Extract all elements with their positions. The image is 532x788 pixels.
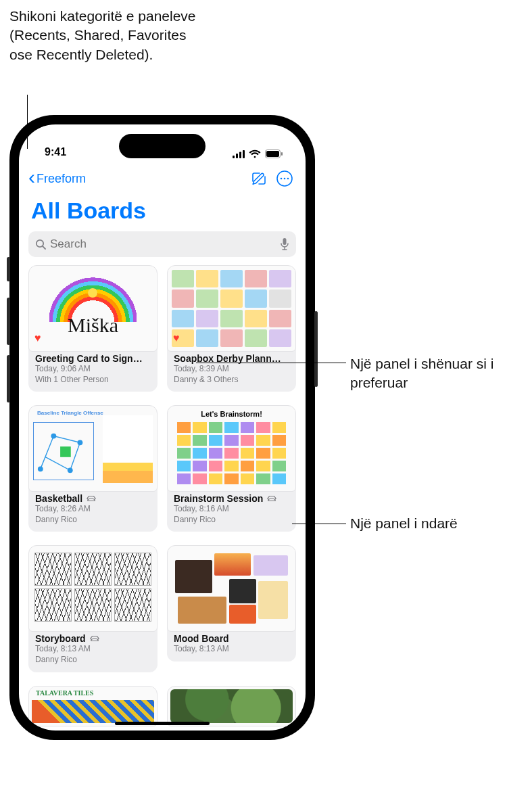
svg-rect-1	[236, 154, 238, 158]
board-title: Brainstorm Session	[174, 493, 263, 504]
svg-rect-5	[266, 151, 279, 157]
svg-point-18	[78, 440, 83, 446]
board-time: Today, 8:26 AM	[35, 504, 151, 515]
phone-side-button	[7, 355, 10, 402]
more-button[interactable]	[273, 167, 296, 190]
board-meta: Mood Board Today, 8:13 AM	[167, 628, 296, 662]
svg-rect-13	[283, 238, 287, 245]
board-card[interactable]: Storyboard Today, 8:13 AM Danny Rico	[28, 545, 158, 672]
svg-rect-0	[233, 156, 235, 158]
board-meta: Greeting Card to Sign… Today, 9:06 AM Wi…	[28, 348, 158, 392]
phone-side-button	[7, 298, 10, 345]
board-thumbnail: Let's Brainstorm!	[167, 405, 296, 492]
board-title: Mood Board	[174, 633, 229, 644]
board-time: Today, 8:13 AM	[35, 644, 151, 655]
board-thumbnail	[28, 545, 158, 632]
favorite-heart-icon: ♥	[34, 332, 41, 344]
phone-screen: 9:41 ‹ Freeform All Boards	[19, 124, 306, 731]
svg-point-16	[38, 467, 43, 472]
board-meta: Soapbox Derby Plann… Today, 8:39 AM Dann…	[167, 348, 296, 392]
board-time: Today, 8:39 AM	[174, 364, 289, 375]
board-meta: Basketball Today, 8:26 AM Danny Rico	[28, 488, 158, 532]
dynamic-island	[119, 134, 205, 158]
board-card[interactable]: ♥ Soapbox Derby Plann… Today, 8:39 AM Da…	[167, 265, 296, 392]
board-thumbnail: TALAVERA TILES	[28, 686, 158, 726]
board-title: Storyboard	[35, 633, 86, 644]
phone-frame: 9:41 ‹ Freeform All Boards	[9, 115, 315, 740]
board-thumbnail	[167, 545, 296, 632]
board-thumbnail	[167, 686, 296, 726]
favorite-heart-icon: ♥	[173, 332, 180, 344]
chevron-left-icon: ‹	[28, 167, 35, 187]
svg-line-12	[43, 246, 45, 249]
battery-icon	[265, 149, 283, 158]
board-people: Danny Rico	[35, 515, 151, 526]
callout-leader-line	[292, 524, 346, 524]
callout-shared: Një panel i ndarë	[350, 514, 512, 533]
svg-rect-6	[281, 152, 283, 156]
svg-point-9	[284, 178, 286, 180]
board-people: With 1 Other Person	[35, 375, 151, 386]
board-thumbnail: Baseline Triangle Offense	[28, 405, 158, 492]
callout-leader-line	[196, 363, 346, 363]
svg-rect-2	[239, 152, 241, 158]
board-people: Danny Rico	[35, 655, 151, 666]
board-time: Today, 9:06 AM	[35, 364, 151, 375]
callout-favorite: Një panel i shënuar si i preferuar	[350, 354, 526, 393]
board-time: Today, 8:13 AM	[174, 644, 289, 655]
cellular-icon	[233, 150, 245, 158]
board-card[interactable]	[167, 686, 296, 726]
new-board-button[interactable]	[247, 167, 270, 190]
board-people: Danny Rico	[174, 515, 289, 526]
shared-icon	[90, 634, 99, 643]
board-card[interactable]: Mood Board Today, 8:13 AM	[167, 545, 296, 672]
board-meta: Brainstorm Session Today, 8:16 AM Danny …	[167, 488, 296, 532]
board-title: Greeting Card to Sign…	[35, 353, 143, 364]
board-card[interactable]: Let's Brainstorm! Brainstorm Session Tod…	[167, 405, 296, 532]
back-button[interactable]: ‹ Freeform	[28, 170, 86, 187]
page-title: All Boards	[31, 198, 146, 224]
callout-categories: Shikoni kategoritë e paneleve (Recents, …	[9, 7, 205, 64]
ellipsis-circle-icon	[276, 170, 293, 187]
dictation-icon[interactable]	[280, 237, 289, 251]
phone-side-button	[7, 257, 10, 281]
svg-rect-20	[60, 446, 71, 457]
search-field[interactable]	[28, 231, 296, 257]
svg-point-8	[281, 178, 283, 180]
board-title: Basketball	[35, 493, 82, 504]
back-label: Freeform	[37, 172, 86, 186]
board-card[interactable]: Miška ♥ Greeting Card to Sign… Today, 9:…	[28, 265, 158, 392]
phone-side-button	[314, 311, 318, 387]
board-card[interactable]: Baseline Triangle Offense Basketball Tod…	[28, 405, 158, 532]
board-meta: Storyboard Today, 8:13 AM Danny Rico	[28, 628, 158, 672]
callout-leader-line	[27, 95, 28, 149]
shared-icon	[267, 494, 276, 503]
board-thumbnail: ♥	[167, 265, 296, 352]
search-input[interactable]	[50, 237, 276, 251]
svg-rect-3	[243, 150, 245, 158]
search-icon	[35, 239, 46, 250]
board-time: Today, 8:16 AM	[174, 504, 289, 515]
board-thumbnail: Miška ♥	[28, 265, 158, 352]
boards-grid: Miška ♥ Greeting Card to Sign… Today, 9:…	[28, 265, 296, 731]
wifi-icon	[249, 149, 261, 158]
svg-point-10	[287, 178, 289, 180]
shared-icon	[87, 494, 96, 503]
board-people: Danny & 3 Others	[174, 375, 289, 386]
svg-point-19	[68, 468, 73, 473]
board-card[interactable]: TALAVERA TILES	[28, 686, 158, 726]
home-indicator[interactable]	[115, 722, 210, 725]
compose-icon	[251, 170, 267, 187]
navigation-bar: ‹ Freeform	[19, 165, 306, 192]
svg-point-17	[51, 434, 56, 439]
